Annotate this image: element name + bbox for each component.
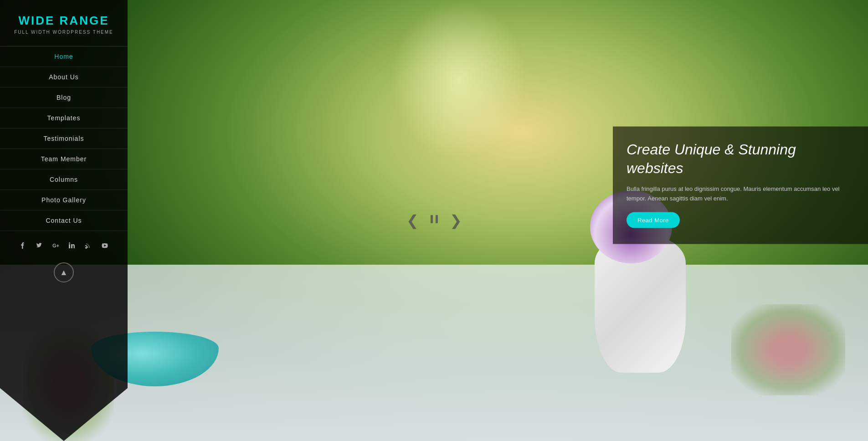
nav-item-testimonials[interactable]: Testimonials (0, 128, 128, 149)
nav-item-contact[interactable]: Contact Us (0, 210, 128, 231)
facebook-icon[interactable] (17, 240, 28, 251)
caption-title: Create Unique & Stunning websites (627, 140, 854, 178)
social-icons-bar: G+ (17, 240, 110, 251)
svg-point-2 (69, 242, 70, 244)
svg-rect-1 (69, 244, 70, 248)
scroll-up-button[interactable]: ▲ (54, 262, 74, 282)
caption-text: Bulla fringilla purus at leo dignissim c… (627, 184, 854, 203)
sunlight-effect (390, 0, 527, 159)
svg-point-3 (85, 247, 87, 249)
googleplus-icon[interactable]: G+ (50, 240, 61, 251)
nav-item-team[interactable]: Team Member (0, 149, 128, 169)
linkedin-icon[interactable] (67, 240, 77, 251)
slider-pause-button[interactable] (428, 213, 441, 229)
nav-item-templates[interactable]: Templates (0, 108, 128, 128)
nav-item-columns[interactable]: Columns (0, 169, 128, 190)
svg-text:G+: G+ (52, 243, 59, 248)
svg-rect-5 (436, 215, 438, 223)
site-subtitle: Full Width WordPress Theme (14, 30, 113, 35)
nav-item-blog[interactable]: Blog (0, 87, 128, 108)
slider-controls: ❮ ❯ (406, 212, 462, 229)
foliage-right (731, 304, 845, 395)
read-more-button[interactable]: Read More (627, 212, 680, 228)
site-title: WIDE RANGE (14, 14, 113, 28)
youtube-icon[interactable] (99, 240, 110, 251)
slider-prev-button[interactable]: ❮ (406, 212, 419, 229)
nav-item-home[interactable]: Home (0, 46, 128, 67)
slider-next-button[interactable]: ❯ (450, 212, 462, 229)
nav-item-gallery[interactable]: Photo Gallery (0, 190, 128, 210)
slide-caption: Create Unique & Stunning websites Bulla … (613, 126, 868, 244)
logo-area: WIDE RANGE Full Width WordPress Theme (5, 14, 123, 35)
scroll-up-icon: ▲ (60, 268, 68, 277)
nav-item-about[interactable]: About Us (0, 67, 128, 87)
twitter-icon[interactable] (34, 240, 45, 251)
sidebar: WIDE RANGE Full Width WordPress Theme Ho… (0, 0, 128, 441)
rss-icon[interactable] (83, 240, 94, 251)
svg-rect-4 (431, 215, 433, 223)
